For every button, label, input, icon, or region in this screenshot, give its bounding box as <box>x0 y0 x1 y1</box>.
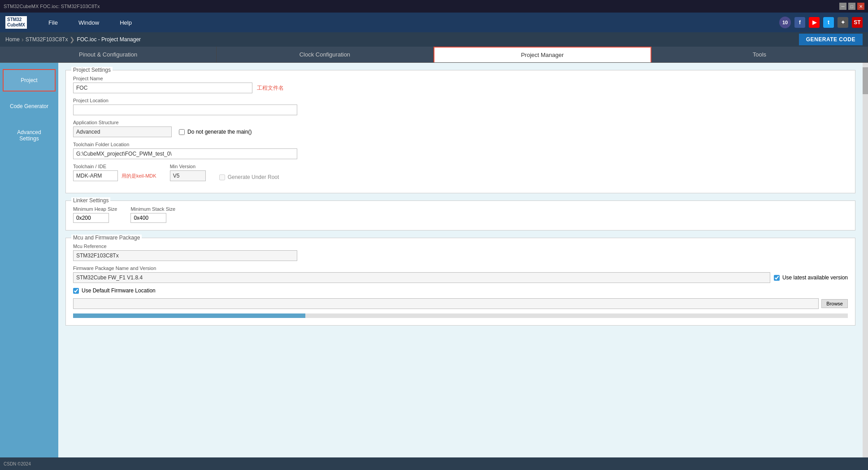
facebook-icon[interactable]: f <box>794 17 805 28</box>
use-latest-row[interactable]: Use latest available version <box>774 274 848 281</box>
toolchain-group: Toolchain / IDE 用的是keil-MDK <box>73 164 156 181</box>
window-title: STM32CubeMX FOC.ioc: STM32F103C8Tx <box>4 4 100 9</box>
project-location-row: Project Location <box>73 98 848 115</box>
maximize-button[interactable]: □ <box>848 3 855 10</box>
min-stack-input[interactable] <box>130 213 166 223</box>
title-bar-controls: ─ □ ✕ <box>839 3 864 10</box>
progress-bar <box>73 313 305 318</box>
firmware-row: STM32Cube FW_F1 V1.8.4 Use latest availa… <box>73 272 848 283</box>
title-bar-left: STM32CubeMX FOC.ioc: STM32F103C8Tx <box>4 4 100 9</box>
network-icon[interactable]: ✦ <box>838 17 848 28</box>
mcu-firmware-title: Mcu and Firmware Package <box>71 235 142 241</box>
firmware-pkg-select[interactable]: STM32Cube FW_F1 V1.8.4 <box>73 272 770 283</box>
min-version-group: Min Version V5 <box>170 164 206 181</box>
toolchain-folder-label: Toolchain Folder Location <box>73 142 848 147</box>
status-text: CSDN ©2024 <box>4 461 31 466</box>
firmware-location-input[interactable] <box>73 298 819 309</box>
breadcrumb-sep-1: › <box>22 36 24 43</box>
minimize-button[interactable]: ─ <box>839 3 846 10</box>
logo-box: STM32 CubeMX <box>5 16 27 29</box>
tab-project-manager[interactable]: Project Manager <box>434 47 651 62</box>
project-settings-section: Project Settings Project Name 工程文件名 Proj… <box>65 70 855 193</box>
min-version-select[interactable]: V5 <box>170 170 206 181</box>
project-location-label: Project Location <box>73 98 848 103</box>
use-default-location-row: Use Default Firmware Location <box>73 287 848 294</box>
generate-under-root-row[interactable]: Generate Under Root <box>219 174 279 180</box>
min-heap-label: Minimum Heap Size <box>73 206 117 212</box>
project-location-input[interactable] <box>73 104 297 115</box>
generate-under-root-checkbox[interactable] <box>219 174 225 180</box>
min-heap-input[interactable] <box>73 213 109 223</box>
breadcrumb-bar: Home › STM32F103C8Tx ❯ FOC.ioc - Project… <box>0 32 868 47</box>
app-structure-label: Application Structure <box>73 120 848 125</box>
mcu-firmware-section: Mcu and Firmware Package Mcu Reference F… <box>65 238 855 326</box>
use-latest-checkbox[interactable] <box>774 275 780 281</box>
firmware-pkg-row: Firmware Package Name and Version STM32C… <box>73 265 848 283</box>
window-menu[interactable]: Window <box>75 17 103 28</box>
user-icon: 10 <box>779 17 791 28</box>
progress-bar-container <box>73 313 848 318</box>
do-not-generate-main-checkbox[interactable] <box>179 129 185 135</box>
main-tabs: Pinout & Configuration Clock Configurati… <box>0 47 868 63</box>
menu-bar-left: STM32 CubeMX File Window Help <box>5 16 135 29</box>
breadcrumb-nav: Home › STM32F103C8Tx ❯ FOC.ioc - Project… <box>5 36 141 43</box>
st-icon[interactable]: ST <box>852 17 863 28</box>
generate-code-button[interactable]: GENERATE CODE <box>799 34 863 45</box>
toolchain-ide-label: Toolchain / IDE <box>73 164 156 169</box>
bottom-bar: CSDN ©2024 <box>0 457 868 470</box>
min-stack-group: Minimum Stack Size <box>130 206 175 223</box>
generate-under-root-label: Generate Under Root <box>228 174 279 180</box>
scrollbar[interactable] <box>863 63 868 470</box>
scrollbar-thumb[interactable] <box>863 67 868 94</box>
main-panel: Project Settings Project Name 工程文件名 Proj… <box>58 63 863 470</box>
mcu-ref-label: Mcu Reference <box>73 244 848 249</box>
logo: STM32 CubeMX <box>5 16 27 29</box>
tab-pinout[interactable]: Pinout & Configuration <box>0 47 217 62</box>
file-menu[interactable]: File <box>45 17 61 28</box>
sidebar-item-code-generator[interactable]: Code Generator <box>3 95 56 118</box>
linker-row: Minimum Heap Size Minimum Stack Size <box>73 206 848 223</box>
twitter-icon[interactable]: t <box>823 17 834 28</box>
tab-tools[interactable]: Tools <box>651 47 868 62</box>
use-default-location-check-row[interactable]: Use Default Firmware Location <box>73 287 848 294</box>
min-stack-label: Minimum Stack Size <box>130 206 175 212</box>
sidebar-item-advanced-settings[interactable]: Advanced Settings <box>3 121 56 150</box>
project-settings-title: Project Settings <box>71 67 113 73</box>
toolchain-annotation: 用的是keil-MDK <box>122 173 156 179</box>
menu-bar-right: 10 f ▶ t ✦ ST <box>779 17 863 28</box>
app-structure-row: Application Structure Advanced Do not ge… <box>73 120 848 137</box>
help-menu[interactable]: Help <box>116 17 135 28</box>
breadcrumb-home[interactable]: Home <box>5 36 20 43</box>
youtube-icon[interactable]: ▶ <box>809 17 820 28</box>
sidebar-item-project[interactable]: Project <box>3 69 56 91</box>
tab-clock[interactable]: Clock Configuration <box>217 47 433 62</box>
browse-button[interactable]: Browse <box>821 299 848 308</box>
mcu-ref-input[interactable] <box>73 250 297 261</box>
use-default-location-checkbox[interactable] <box>73 288 79 294</box>
app-structure-select[interactable]: Advanced <box>73 126 172 137</box>
do-not-generate-main-row[interactable]: Do not generate the main() <box>179 129 252 135</box>
content-wrapper: Project Settings Project Name 工程文件名 Proj… <box>58 63 868 470</box>
firmware-location-row: Browse <box>73 298 848 309</box>
do-not-generate-main-label: Do not generate the main() <box>187 129 252 135</box>
min-heap-group: Minimum Heap Size <box>73 206 117 223</box>
use-default-location-label: Use Default Firmware Location <box>82 287 156 294</box>
min-version-label: Min Version <box>170 164 206 169</box>
toolchain-folder-input[interactable] <box>73 148 297 159</box>
project-name-label: Project Name <box>73 76 848 81</box>
content-area: Project Code Generator Advanced Settings… <box>0 63 868 470</box>
title-bar: STM32CubeMX FOC.ioc: STM32F103C8Tx ─ □ ✕ <box>0 0 868 13</box>
toolchain-ide-row: Toolchain / IDE 用的是keil-MDK Min Version … <box>73 164 848 181</box>
breadcrumb-chip[interactable]: STM32F103C8Tx <box>26 36 68 43</box>
linker-settings-title: Linker Settings <box>71 197 110 204</box>
close-button[interactable]: ✕ <box>857 3 864 10</box>
sidebar: Project Code Generator Advanced Settings <box>0 63 58 470</box>
use-latest-label: Use latest available version <box>782 274 848 281</box>
toolchain-folder-row: Toolchain Folder Location <box>73 142 848 159</box>
menu-bar: STM32 CubeMX File Window Help 10 f ▶ t ✦… <box>0 13 868 32</box>
project-name-input[interactable] <box>73 83 252 93</box>
toolchain-ide-input[interactable] <box>73 170 118 181</box>
project-name-annotation: 工程文件名 <box>257 84 284 92</box>
breadcrumb-project[interactable]: FOC.ioc - Project Manager <box>77 36 141 43</box>
project-name-row: Project Name 工程文件名 <box>73 76 848 93</box>
